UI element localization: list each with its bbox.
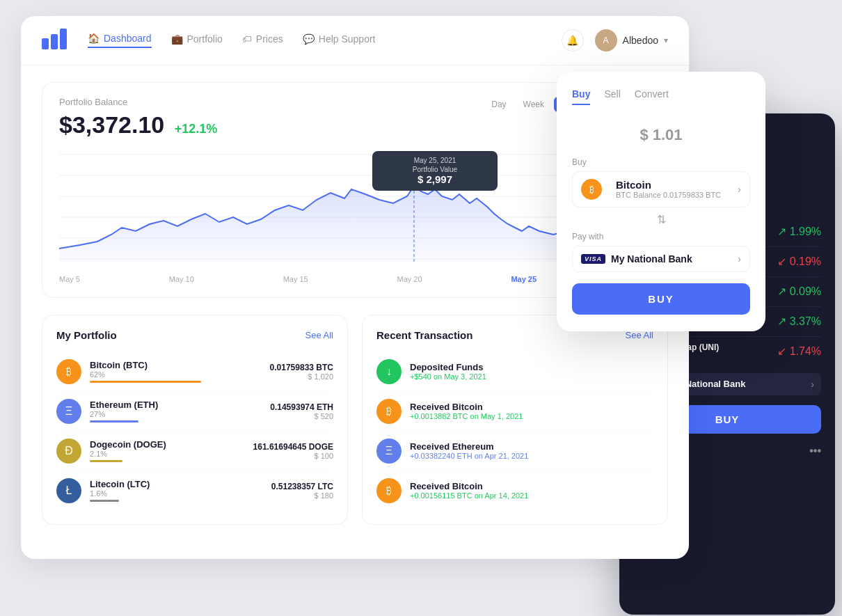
- dark-eth-change: ↙ 0.19%: [777, 255, 821, 268]
- tx-title: Recent Transaction: [376, 329, 472, 341]
- portfolio-see-all[interactable]: See All: [305, 330, 333, 340]
- buy-crypto-left: ₿ Bitcoin BTC Balance 0.01759833 BTC: [581, 179, 721, 200]
- dark-ltc-change: ↗ 3.37%: [777, 315, 821, 328]
- buy-currency-symbol: $: [640, 126, 652, 143]
- tx-btc1-detail: +0.0013882 BTC on May 1, 2021: [410, 412, 653, 420]
- dark-uni-change: ↙ 1.74%: [777, 345, 821, 358]
- eth-amounts: 0.14593974 ETH $ 520: [270, 402, 333, 420]
- btc-pct: 62%: [90, 370, 270, 379]
- filter-week[interactable]: Week: [516, 97, 551, 112]
- main-container: A Albedoo ▾ Buy Sell Convert 01.01 ₿ Bit…: [21, 16, 821, 601]
- buy-panel-tabs: Buy Sell Convert: [572, 88, 750, 105]
- ltc-amount: 0.51238357 LTC: [271, 482, 333, 491]
- buy-tab-convert[interactable]: Convert: [635, 88, 669, 105]
- home-icon: 🏠: [88, 33, 100, 44]
- buy-panel: Buy Sell Convert $ 1.01 Buy ₿ Bitcoin BT…: [557, 72, 765, 331]
- portfolio-icon: 💼: [171, 33, 183, 45]
- svg-rect-1: [51, 34, 58, 49]
- help-icon: 💬: [303, 33, 315, 45]
- ltc-amounts: 0.51238357 LTC $ 180: [271, 482, 333, 500]
- tx-btc1-title: Received Bitcoin: [410, 402, 653, 412]
- tx-eth-detail: +0.03382240 ETH on Apr 21, 2021: [410, 452, 653, 460]
- tx-deposit-info: Deposited Funds +$540 on May 3, 2021: [410, 362, 653, 381]
- dark-watchlist-more-icon[interactable]: •••: [809, 445, 821, 457]
- tx-btc2-icon: ₿: [376, 478, 402, 503]
- tx-item-btc1: ₿ Received Bitcoin +0.0013882 BTC on May…: [376, 392, 653, 432]
- username: Albedoo: [623, 35, 658, 46]
- buy-amount-display: $ 1.01: [572, 116, 750, 146]
- nav-dashboard[interactable]: 🏠 Dashboard: [88, 33, 152, 48]
- tooltip-value: $ 2,997: [381, 173, 489, 185]
- ltc-icon: Ł: [56, 478, 81, 503]
- buy-btc-name: Bitcoin: [616, 179, 721, 191]
- portfolio-title: My Portfolio: [56, 329, 117, 341]
- buy-button[interactable]: BUY: [572, 283, 750, 315]
- tooltip-date: May 25, 2021: [381, 157, 489, 164]
- nav-help-label: Help Support: [319, 33, 376, 45]
- buy-balance-value: 0.01759833 BTC: [663, 191, 721, 199]
- buy-bank-row[interactable]: VISA My National Bank ›: [572, 246, 750, 272]
- nav-right: 🔔 A Albedoo ▾: [562, 29, 668, 52]
- btc-amounts: 0.01759833 BTC $ 1,020: [270, 363, 333, 381]
- portfolio-panel: My Portfolio See All ₿ Bitcoin (BTC) 62%…: [42, 315, 348, 525]
- buy-swap-icon[interactable]: ⇅: [572, 213, 750, 226]
- eth-name: Ethereum (ETH): [90, 400, 270, 410]
- notification-bell[interactable]: 🔔: [562, 29, 584, 52]
- x-label-5: May 25: [511, 275, 537, 283]
- buy-pay-label: Pay with: [572, 232, 750, 242]
- portfolio-item-btc: ₿ Bitcoin (BTC) 62% 0.01759833 BTC $ 1,0…: [56, 352, 333, 392]
- eth-icon: Ξ: [56, 399, 81, 424]
- filter-day[interactable]: Day: [484, 97, 513, 112]
- doge-amounts: 161.61694645 DOGE $ 100: [253, 442, 333, 460]
- nav-prices[interactable]: 🏷 Prices: [242, 33, 283, 48]
- buy-btc-icon: ₿: [581, 179, 602, 200]
- nav-items: 🏠 Dashboard 💼 Portfolio 🏷 Prices 💬 Help …: [88, 33, 562, 48]
- ltc-info: Litecoin (LTC) 1.6%: [90, 479, 271, 502]
- navbar: 🏠 Dashboard 💼 Portfolio 🏷 Prices 💬 Help …: [21, 16, 689, 65]
- buy-btc-details: Bitcoin BTC Balance 0.01759833 BTC: [616, 179, 721, 199]
- prices-icon: 🏷: [242, 33, 252, 45]
- avatar: A: [595, 29, 617, 52]
- portfolio-value: $3,372.10: [59, 111, 164, 138]
- buy-crypto-row[interactable]: ₿ Bitcoin BTC Balance 0.01759833 BTC ›: [572, 171, 750, 207]
- btc-icon: ₿: [56, 359, 81, 384]
- nav-help[interactable]: 💬 Help Support: [303, 33, 376, 48]
- nav-prices-label: Prices: [256, 33, 283, 45]
- tx-deposit-detail: +$540 on May 3, 2021: [410, 372, 653, 381]
- nav-portfolio[interactable]: 💼 Portfolio: [171, 33, 223, 48]
- chevron-down-icon: ▾: [664, 35, 668, 45]
- user-menu[interactable]: A Albedoo ▾: [595, 29, 668, 52]
- tx-item-eth: Ξ Received Ethereum +0.03382240 ETH on A…: [376, 432, 653, 471]
- buy-balance-label: BTC Balance: [616, 191, 661, 199]
- app-logo[interactable]: [42, 29, 67, 52]
- tx-btc1-icon: ₿: [376, 399, 402, 424]
- buy-crypto-label: Buy: [572, 157, 750, 167]
- svg-rect-2: [60, 29, 67, 49]
- transactions-panel: Recent Transaction See All ↓ Deposited F…: [362, 315, 668, 525]
- deposit-icon: ↓: [376, 359, 402, 384]
- dark-btc-change: ↗ 1.99%: [777, 225, 821, 238]
- portfolio-summary: Portfolio Balance $3,372.10 +12.1%: [59, 97, 217, 139]
- ltc-usd: $ 180: [271, 491, 333, 500]
- tx-eth-info: Received Ethereum +0.03382240 ETH on Apr…: [410, 441, 653, 460]
- doge-pct: 2.1%: [90, 450, 253, 458]
- buy-btc-balance: BTC Balance 0.01759833 BTC: [616, 191, 721, 199]
- doge-usd: $ 100: [253, 452, 333, 460]
- doge-bar: [90, 460, 122, 462]
- portfolio-item-doge: Ð Dogecoin (DOGE) 2.1% 161.61694645 DOGE…: [56, 432, 333, 471]
- tx-see-all[interactable]: See All: [626, 330, 653, 340]
- portfolio-item-eth: Ξ Ethereum (ETH) 27% 0.14593974 ETH $ 52…: [56, 392, 333, 432]
- btc-name: Bitcoin (BTC): [90, 360, 270, 370]
- buy-tab-buy[interactable]: Buy: [572, 88, 590, 105]
- btc-info: Bitcoin (BTC) 62%: [90, 360, 270, 383]
- buy-bank-name: My National Bank: [611, 253, 692, 264]
- eth-info: Ethereum (ETH) 27%: [90, 400, 270, 422]
- eth-bar: [90, 420, 138, 422]
- nav-portfolio-label: Portfolio: [187, 33, 223, 45]
- btc-usd: $ 1,020: [270, 372, 333, 381]
- eth-usd: $ 520: [270, 412, 333, 420]
- buy-tab-sell[interactable]: Sell: [604, 88, 620, 105]
- buy-crypto-arrow-icon: ›: [738, 184, 741, 195]
- nav-dashboard-label: Dashboard: [104, 33, 152, 44]
- tx-btc1-info: Received Bitcoin +0.0013882 BTC on May 1…: [410, 402, 653, 420]
